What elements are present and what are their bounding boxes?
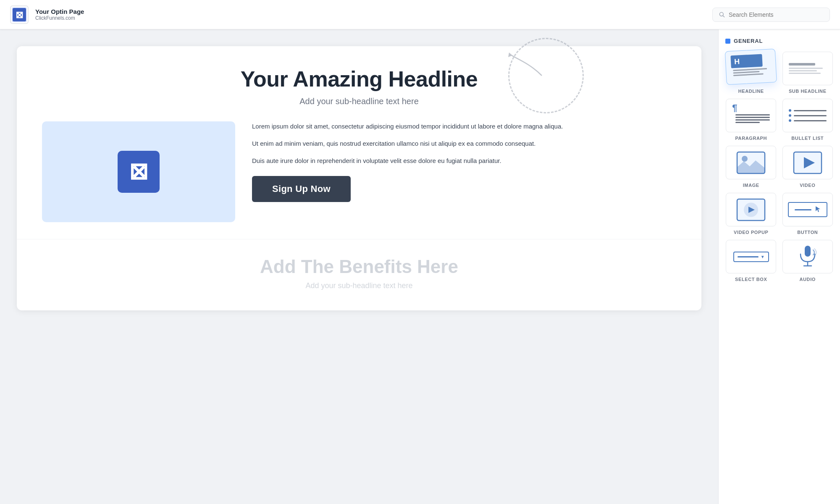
signup-button[interactable]: Sign Up Now bbox=[252, 176, 351, 202]
svg-marker-5 bbox=[508, 52, 512, 57]
hero-section: Your Amazing Headline Add your sub-headl… bbox=[17, 46, 701, 239]
logo: ⊠ bbox=[10, 5, 29, 24]
hero-paragraph-2: Ut enim ad minim veniam, quis nostrud ex… bbox=[252, 139, 676, 149]
element-item-paragraph[interactable]: ¶ PARAGRAPH bbox=[725, 99, 777, 141]
hero-image-placeholder: ⊠ bbox=[42, 121, 235, 222]
element-item-headline[interactable]: H HEADLINE bbox=[725, 52, 777, 94]
svg-point-3 bbox=[719, 12, 723, 16]
benefits-headline: Add The Benefits Here bbox=[42, 256, 676, 277]
panel-section-header: GENERAL bbox=[725, 38, 833, 44]
right-panel: GENERAL H HEADL bbox=[718, 29, 840, 504]
element-item-audio[interactable]: AUDIO bbox=[782, 240, 834, 282]
svg-point-9 bbox=[742, 156, 748, 162]
element-item-video-popup[interactable]: VIDEO POPUP bbox=[725, 193, 777, 235]
search-bar bbox=[712, 8, 830, 22]
search-input[interactable] bbox=[729, 11, 824, 18]
topbar: ⊠ Your Optin Page ClickFunnels.com bbox=[0, 0, 840, 29]
svg-line-4 bbox=[723, 16, 724, 17]
page-card: Your Amazing Headline Add your sub-headl… bbox=[17, 46, 701, 310]
panel-section-dot bbox=[725, 39, 730, 44]
page-title: Your Optin Page bbox=[35, 8, 84, 15]
paragraph-icon-box: ¶ bbox=[726, 99, 776, 132]
select-box-icon-box: ▼ bbox=[726, 240, 776, 273]
audio-label: AUDIO bbox=[800, 277, 816, 282]
image-label: IMAGE bbox=[743, 183, 759, 188]
benefits-section: Add The Benefits Here Add your sub-headl… bbox=[17, 239, 701, 310]
audio-icon-box bbox=[782, 240, 833, 273]
hero-paragraph-3: Duis aute irure dolor in reprehenderit i… bbox=[252, 156, 676, 166]
element-item-image[interactable]: IMAGE bbox=[725, 146, 777, 188]
svg-text:⊠: ⊠ bbox=[129, 158, 148, 184]
benefits-subheadline: Add your sub-headline text here bbox=[42, 281, 676, 290]
video-popup-icon-box bbox=[726, 193, 776, 226]
hero-paragraph-1: Lorem ipsum dolor sit amet, consectetur … bbox=[252, 121, 676, 132]
sub-headline-icon-box bbox=[782, 52, 833, 85]
element-item-button[interactable]: BUTTON bbox=[782, 193, 834, 235]
video-popup-label: VIDEO POPUP bbox=[734, 230, 768, 235]
button-icon-box bbox=[782, 193, 833, 226]
image-icon-box bbox=[726, 146, 776, 179]
element-item-video[interactable]: VIDEO bbox=[782, 146, 834, 188]
main-layout: Your Amazing Headline Add your sub-headl… bbox=[0, 29, 840, 504]
hero-content: ⊠ Lorem ipsum dolor sit amet, consectetu… bbox=[42, 121, 676, 222]
headline-label: HEADLINE bbox=[738, 89, 764, 94]
canvas-area: Your Amazing Headline Add your sub-headl… bbox=[0, 29, 718, 504]
element-item-sub-headline[interactable]: SUB HEADLINE bbox=[782, 52, 834, 94]
video-icon-box bbox=[782, 146, 833, 179]
drag-arrow-icon bbox=[508, 50, 550, 80]
button-label: BUTTON bbox=[797, 230, 818, 235]
search-icon bbox=[719, 11, 725, 18]
svg-rect-15 bbox=[805, 246, 811, 257]
hero-subheadline: Add your sub-headline text here bbox=[42, 97, 676, 106]
page-subtitle: ClickFunnels.com bbox=[35, 15, 84, 21]
headline-icon-box: H bbox=[725, 49, 777, 85]
svg-text:⊠: ⊠ bbox=[16, 10, 23, 20]
paragraph-label: PARAGRAPH bbox=[735, 136, 767, 141]
video-label: VIDEO bbox=[800, 183, 815, 188]
element-item-select-box[interactable]: ▼ SELECT BOX bbox=[725, 240, 777, 282]
bullet-list-label: BULLET LIST bbox=[791, 136, 824, 141]
elements-grid: H HEADLINE bbox=[725, 52, 833, 282]
element-item-bullet-list[interactable]: BULLET LIST bbox=[782, 99, 834, 141]
sub-headline-label: SUB HEADLINE bbox=[789, 89, 827, 94]
bullet-list-icon-box bbox=[782, 99, 833, 132]
topbar-title-group: Your Optin Page ClickFunnels.com bbox=[35, 8, 84, 21]
panel-section-title: GENERAL bbox=[734, 38, 763, 44]
select-box-label: SELECT BOX bbox=[735, 277, 767, 282]
hero-text-area: Lorem ipsum dolor sit amet, consectetur … bbox=[252, 121, 676, 202]
